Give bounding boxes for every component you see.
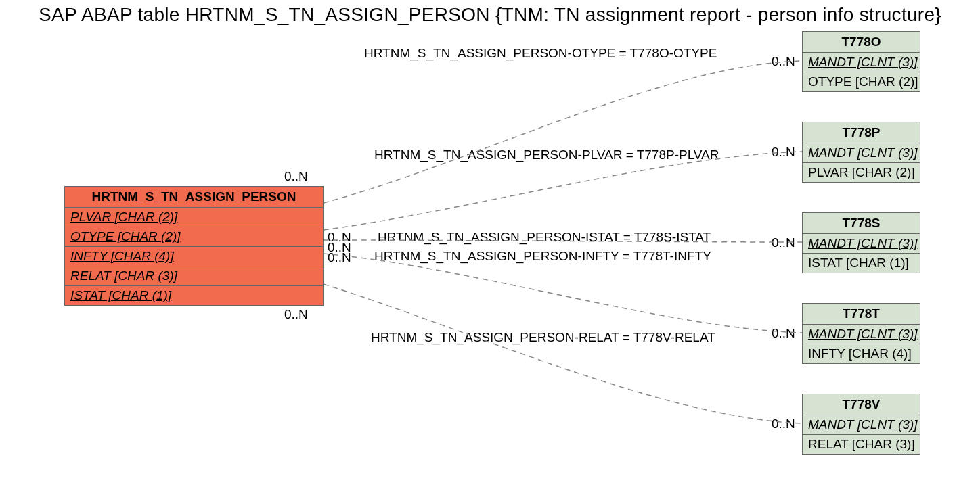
entity-t778s: T778S MANDT [CLNT (3)] ISTAT [CHAR (1)] [802, 212, 920, 273]
cardinality-right: 0..N [772, 235, 795, 250]
field-istat: ISTAT [CHAR (1)] [808, 256, 909, 270]
entity-header: T778T [803, 304, 920, 325]
field-plvar: PLVAR [CHAR (2)] [808, 165, 915, 179]
cardinality-left: 0..N [284, 307, 308, 322]
entity-field: RELAT [CHAR (3)] [803, 435, 920, 454]
field-mandt: MANDT [CLNT (3)] [808, 327, 918, 341]
cardinality-right: 0..N [772, 417, 795, 432]
field-otype: OTYPE [CHAR (2)] [808, 74, 918, 89]
entity-t778o: T778O MANDT [CLNT (3)] OTYPE [CHAR (2)] [802, 31, 920, 92]
entity-field: OTYPE [CHAR (2)] [65, 227, 323, 247]
cardinality-right: 0..N [772, 326, 795, 341]
cardinality-left: 0..N [284, 169, 308, 184]
entity-field: MANDT [CLNT (3)] [803, 143, 920, 163]
entity-hrtnm-s-tn-assign-person: HRTNM_S_TN_ASSIGN_PERSON PLVAR [CHAR (2)… [64, 186, 324, 306]
field-mandt: MANDT [CLNT (3)] [808, 417, 918, 432]
entity-t778t: T778T MANDT [CLNT (3)] INFTY [CHAR (4)] [802, 303, 920, 364]
field-mandt: MANDT [CLNT (3)] [808, 145, 918, 160]
entity-field: MANDT [CLNT (3)] [803, 53, 920, 72]
field-infty: INFTY [CHAR (4)] [70, 249, 174, 263]
relation-label-plvar: HRTNM_S_TN_ASSIGN_PERSON-PLVAR = T778P-P… [374, 147, 719, 162]
diagram-title: SAP ABAP table HRTNM_S_TN_ASSIGN_PERSON … [0, 4, 980, 26]
entity-field: RELAT [CHAR (3)] [65, 266, 323, 286]
relation-label-relat: HRTNM_S_TN_ASSIGN_PERSON-RELAT = T778V-R… [371, 330, 715, 345]
entity-header: HRTNM_S_TN_ASSIGN_PERSON [65, 187, 323, 208]
entity-field: INFTY [CHAR (4)] [65, 247, 323, 266]
cardinality-right: 0..N [772, 145, 795, 160]
entity-field: OTYPE [CHAR (2)] [803, 72, 920, 91]
field-otype: OTYPE [CHAR (2)] [70, 229, 181, 244]
connector-line [324, 61, 802, 203]
relation-label-otype: HRTNM_S_TN_ASSIGN_PERSON-OTYPE = T778O-O… [364, 46, 717, 61]
field-relat: RELAT [CHAR (3)] [808, 437, 915, 451]
cardinality-left: 0..N [328, 250, 351, 265]
entity-field: MANDT [CLNT (3)] [803, 415, 920, 435]
relation-label-istat: HRTNM_S_TN_ASSIGN_PERSON-ISTAT = T778S-I… [378, 230, 711, 245]
cardinality-right: 0..N [772, 54, 795, 69]
field-infty: INFTY [CHAR (4)] [808, 346, 912, 361]
entity-t778p: T778P MANDT [CLNT (3)] PLVAR [CHAR (2)] [802, 122, 920, 183]
field-plvar: PLVAR [CHAR (2)] [70, 210, 177, 224]
entity-header: T778P [803, 122, 920, 143]
relation-label-infty: HRTNM_S_TN_ASSIGN_PERSON-INFTY = T778T-I… [374, 249, 711, 264]
field-istat: ISTAT [CHAR (1)] [70, 288, 171, 302]
entity-field: PLVAR [CHAR (2)] [65, 208, 323, 227]
entity-header: T778V [803, 394, 920, 415]
field-mandt: MANDT [CLNT (3)] [808, 236, 918, 250]
entity-field: MANDT [CLNT (3)] [803, 325, 920, 344]
entity-field: ISTAT [CHAR (1)] [803, 254, 920, 273]
entity-field: ISTAT [CHAR (1)] [65, 286, 323, 305]
entity-field: PLVAR [CHAR (2)] [803, 163, 920, 182]
entity-field: MANDT [CLNT (3)] [803, 234, 920, 254]
connector-line [324, 152, 802, 230]
entity-header: T778S [803, 213, 920, 234]
connector-line [324, 284, 802, 423]
entity-field: INFTY [CHAR (4)] [803, 344, 920, 363]
field-relat: RELAT [CHAR (3)] [70, 269, 177, 283]
entity-header: T778O [803, 32, 920, 53]
entity-t778v: T778V MANDT [CLNT (3)] RELAT [CHAR (3)] [802, 394, 920, 455]
connector-line [324, 254, 802, 333]
field-mandt: MANDT [CLNT (3)] [808, 55, 918, 69]
